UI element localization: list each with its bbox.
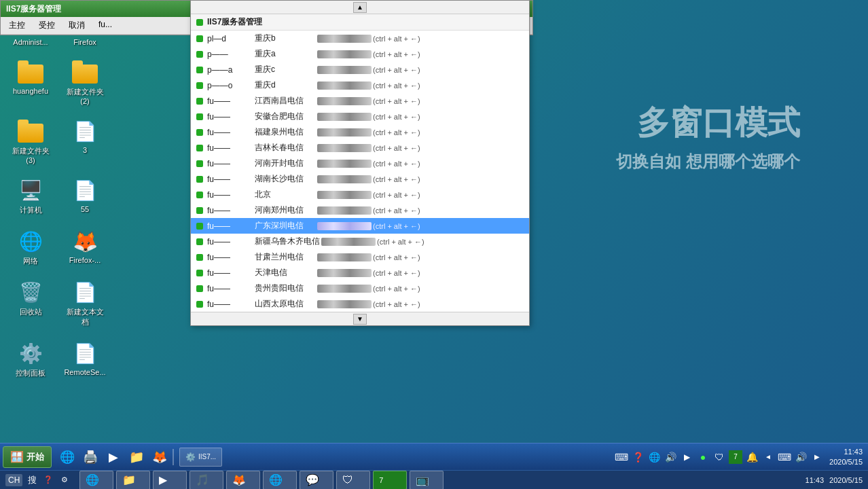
server-item-3[interactable]: p——a 重庆c (ctrl + alt + ←)	[191, 62, 529, 77]
server-shortcut-1: (ctrl + alt + ←)	[373, 35, 420, 43]
status-dot-3	[196, 67, 203, 73]
browser-icon[interactable]: 🦊	[149, 447, 170, 467]
tray-green-icon[interactable]: ●	[696, 450, 710, 464]
taskbar-bottom: CH 搜 ❓ ⚙ 🌐 📁 ▶ 🎵 🦊 🌐 💬 🛡 7 📺 11:43 2020/…	[0, 470, 868, 489]
server-item-18[interactable]: fu—— 山西太原电信 (ctrl + alt + ←)	[191, 296, 529, 312]
watermark-text: 多窗口模式 切换自如 想用哪个选哪个	[616, 102, 800, 173]
tray-iis7-icon[interactable]: 7	[729, 450, 742, 464]
desktop-icon-file55[interactable]: 📄 55	[61, 174, 109, 218]
menu-cancel[interactable]: 取消	[63, 18, 90, 33]
tray-shield-icon[interactable]: 🛡	[712, 450, 726, 464]
settings2-icon[interactable]: ⚙	[58, 473, 71, 487]
header-status-dot	[196, 19, 203, 26]
server-item-7[interactable]: fu—— 福建泉州电信 (ctrl + alt + ←)	[191, 124, 529, 140]
scroll-down-button[interactable]: ▼	[353, 314, 367, 325]
desktop-icon-huanghefu[interactable]: huanghefu	[7, 56, 54, 108]
server-item-12[interactable]: fu—— 河南郑州电信 (ctrl + alt + ←)	[191, 202, 529, 218]
taskbar-bottom-app-iis7[interactable]: 7	[373, 471, 407, 490]
terminal-icon[interactable]: ▶	[103, 447, 124, 467]
dropdown-header: ▲	[191, 1, 529, 14]
server-item-14[interactable]: fu—— 新疆乌鲁木齐电信 (ctrl + alt + ←)	[191, 234, 529, 249]
desktop-icon-newfolder3[interactable]: 新建文件夹(3)	[7, 115, 54, 167]
input-method-ch[interactable]: CH	[5, 474, 22, 486]
server-shortcut-17: (ctrl + alt + ←)	[373, 285, 420, 293]
server-ip-1	[317, 35, 372, 43]
taskbar-bottom-app-terminal[interactable]: ▶	[153, 471, 187, 490]
help2-icon[interactable]: ❓	[41, 473, 55, 487]
taskbar-bottom-app-screen[interactable]: 📺	[410, 471, 444, 490]
server-ip-2	[317, 50, 372, 58]
remotese-icon: 📄	[71, 340, 98, 367]
sogou-icon[interactable]: 搜	[25, 473, 39, 487]
taskbar-bottom-app-media[interactable]: 🎵	[189, 471, 223, 490]
server-item-10[interactable]: fu—— 湖南长沙电信 (ctrl + alt + ←)	[191, 171, 529, 187]
server-item-2[interactable]: p—— 重庆a (ctrl + alt + ←)	[191, 46, 529, 62]
server-item-6[interactable]: fu—— 安徽合肥电信 (ctrl + alt + ←)	[191, 109, 529, 124]
menu-main[interactable]: 主控	[3, 18, 31, 33]
server-item-15[interactable]: fu—— 甘肃兰州电信 (ctrl + alt + ←)	[191, 249, 529, 265]
file55-label: 55	[81, 205, 89, 213]
desktop-icon-file3[interactable]: 📄 3	[61, 115, 109, 167]
server-name-11: fu——	[207, 190, 255, 200]
admin-label: Administ...	[13, 38, 48, 46]
tray-notification-icon[interactable]: 🔔	[745, 450, 759, 464]
taskbar-app-1[interactable]: ⚙️ IIS7...	[179, 448, 222, 467]
tray-arrow-icon[interactable]: ◄	[761, 450, 775, 464]
server-item-16[interactable]: fu—— 天津电信 (ctrl + alt + ←)	[191, 265, 529, 280]
server-item-13[interactable]: fu—— 广东深圳电信 (ctrl + alt + ←)	[191, 218, 529, 234]
desktop-icon-recycle[interactable]: 🗑️ 回收站	[7, 276, 54, 330]
server-name-12: fu——	[207, 206, 255, 215]
desktop-icon-control[interactable]: ⚙️ 控制面板	[7, 337, 54, 381]
server-item-11[interactable]: fu—— 北京 (ctrl + alt + ←)	[191, 187, 529, 202]
desktop-icon-newdoc[interactable]: 📄 新建文本文档	[61, 276, 109, 330]
desktop-icon-computer[interactable]: 🖥️ 计算机	[7, 174, 54, 218]
server-ip-13	[317, 222, 372, 230]
server-item-1[interactable]: pl—d 重庆b (ctrl + alt + ←)	[191, 31, 529, 46]
status-dot-5	[196, 98, 203, 105]
status-dot-9	[196, 160, 203, 167]
server-item-8[interactable]: fu—— 吉林长春电信 (ctrl + alt + ←)	[191, 140, 529, 156]
server-item-4[interactable]: p——o 重庆d (ctrl + alt + ←)	[191, 77, 529, 93]
tray-network-icon[interactable]: 🌐	[647, 450, 661, 464]
taskbar-clock[interactable]: 11:43 2020/5/15	[827, 447, 865, 467]
scroll-up-button[interactable]: ▲	[353, 2, 367, 13]
server-location-7: 福建泉州电信	[255, 126, 316, 138]
server-item-5[interactable]: fu—— 江西南昌电信 (ctrl + alt + ←)	[191, 93, 529, 109]
taskbar-bottom-app-wechat[interactable]: 💬	[300, 471, 333, 490]
file3-icon: 📄	[71, 117, 98, 145]
taskbar-apps: ⚙️ IIS7...	[179, 448, 615, 467]
taskbar-bottom-app-chrome[interactable]: 🌐	[263, 471, 297, 490]
newfolder2-label: 新建文件夹(2)	[64, 87, 106, 105]
taskbar-bottom-app-explorer[interactable]: 📁	[116, 471, 150, 490]
server-shortcut-14: (ctrl + alt + ←)	[377, 238, 424, 246]
taskbar-bottom-app-firefox[interactable]: 🦊	[226, 471, 260, 490]
file3-label: 3	[83, 146, 87, 154]
firefox1-label: Firefox	[73, 38, 96, 46]
ie-icon[interactable]: 🌐	[57, 447, 77, 467]
tray-lang-icon[interactable]: ⌨	[778, 450, 791, 464]
server-item-9[interactable]: fu—— 河南开封电信 (ctrl + alt + ←)	[191, 156, 529, 171]
tray-help-icon[interactable]: ❓	[631, 450, 645, 464]
desktop-icon-newfolder2[interactable]: 新建文件夹(2)	[61, 56, 109, 108]
tray-arrow2-icon[interactable]: ▶	[810, 450, 824, 464]
server-shortcut-9: (ctrl + alt + ←)	[373, 160, 420, 168]
taskbar-bottom-app-av[interactable]: 🛡	[336, 471, 370, 490]
print-icon[interactable]: 🖨️	[80, 447, 101, 467]
start-button[interactable]: 🪟 开始	[3, 446, 52, 468]
tray-sound2-icon[interactable]: 🔊	[794, 450, 808, 464]
desktop-icon-firefox2[interactable]: 🦊 Firefox-...	[61, 225, 109, 269]
tray-monitor-icon[interactable]: ▶	[680, 450, 693, 464]
menu-fu[interactable]: fu...	[93, 18, 117, 33]
desktop-icons-area: Administ... 🦊 Firefox huanghefu 新建文件夹(2)	[7, 7, 109, 381]
status-dot-12	[196, 207, 203, 214]
tray-keyboard-icon[interactable]: ⌨	[615, 450, 628, 464]
server-list-header[interactable]: IIS7服务器管理	[191, 14, 529, 31]
server-item-17[interactable]: fu—— 贵州贵阳电信 (ctrl + alt + ←)	[191, 280, 529, 296]
taskbar-bottom-app-ie[interactable]: 🌐	[79, 471, 113, 490]
folder-icon[interactable]: 📁	[126, 447, 147, 467]
desktop-icon-network[interactable]: 🌐 网络	[7, 225, 54, 269]
desktop-icon-remotese[interactable]: 📄 RemoteSe...	[61, 337, 109, 381]
tray-volume-icon[interactable]: 🔊	[664, 450, 677, 464]
server-shortcut-7: (ctrl + alt + ←)	[373, 128, 420, 137]
menu-receive[interactable]: 受控	[33, 18, 60, 33]
